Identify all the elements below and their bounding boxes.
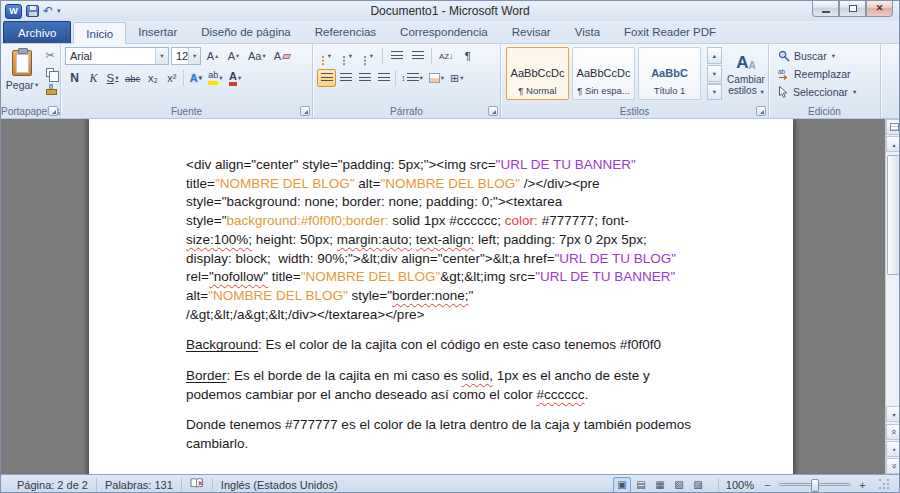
align-center-button[interactable] [336,69,355,87]
format-painter-button[interactable] [42,82,58,97]
subscript-button[interactable]: x₂ [143,69,162,87]
cursor-select-icon [778,86,789,98]
font-group-label: Fuente [61,106,312,117]
style-card-0[interactable]: AaBbCcDc¶ Normal [506,47,569,100]
view-buttons: ▣▤▦▧▨ [613,477,707,493]
language-indicator[interactable]: Inglés (Estados Unidos) [213,479,346,491]
sort-button[interactable]: AZ↓ [436,47,456,65]
tab-foxit-reader-pdf[interactable]: Foxit Reader PDF [612,21,728,43]
font-color-button[interactable]: A▾ [226,69,245,87]
document-page[interactable]: <div align="center" style="padding: 5px;… [89,119,793,474]
zoom-in-button[interactable]: + [856,479,869,491]
zoom-level[interactable]: 100% [726,479,754,491]
ruler-icon [890,123,899,131]
zoom-slider-thumb[interactable] [811,479,819,492]
styles-scroll-up-button[interactable]: ▴ [707,47,722,64]
resize-grip[interactable] [878,478,891,491]
page-indicator[interactable]: Página: 2 de 2 [9,479,96,491]
replace-button[interactable]: ab Reemplazar [775,66,859,82]
increase-indent-button[interactable] [408,47,427,65]
italic-button[interactable]: K [84,69,103,87]
font-group: Arial▾ 12▾ A▴ A▾ Aa▾ A N K S▾ abc x₂ x² … [61,44,313,118]
strikethrough-button[interactable]: abc [122,69,143,87]
shading-button[interactable]: ▾ [426,69,447,87]
tab-correspondencia[interactable]: Correspondencia [388,21,500,43]
chevron-down-icon[interactable]: ▾ [155,48,168,64]
scrollbar-thumb[interactable] [887,155,900,275]
chevron-down-icon[interactable]: ▾ [188,48,200,64]
tab-diseno-de-pagina[interactable]: Diseño de página [189,21,303,43]
web-layout-view-button[interactable]: ▦ [651,477,669,493]
styles-more-button[interactable]: ▾ [707,83,722,100]
paragraph-group-label: Párrafo [313,106,500,117]
outline-view-button[interactable]: ▧ [670,477,688,493]
align-left-button[interactable] [317,69,336,87]
ribbon-tabs: ArchivoInicioInsertarDiseño de páginaRef… [1,21,899,44]
print-layout-view-button[interactable]: ▣ [613,477,631,493]
tab-inicio[interactable]: Inicio [73,22,126,44]
previous-page-button[interactable]: « [886,424,900,440]
clear-formatting-button[interactable]: A [271,47,293,65]
line-spacing-button[interactable]: ↕▾ [398,69,426,87]
find-button[interactable]: Buscar▾ [775,48,859,64]
paragraph-dialog-launcher[interactable] [488,106,498,116]
scroll-down-button[interactable]: ▾ [886,406,900,422]
decrease-indent-icon [391,51,403,62]
underline-button[interactable]: S▾ [103,69,122,87]
paste-button[interactable]: Pegar▾ [4,47,40,103]
zoom-slider[interactable] [779,483,851,486]
grow-font-button[interactable]: A▴ [203,47,222,65]
minimize-button[interactable] [812,1,839,17]
draft-view-button[interactable]: ▨ [689,477,707,493]
borders-button[interactable]: ⊞▾ [447,69,466,87]
highlight-button[interactable]: ab▾ [205,69,225,87]
styles-scroll-down-button[interactable]: ▾ [707,65,722,82]
numbering-button[interactable]: ▾ [338,47,357,65]
tab-vista[interactable]: Vista [563,21,612,43]
cut-button[interactable]: ✂ [42,48,58,63]
word-count[interactable]: Palabras: 131 [97,479,181,491]
bullets-button[interactable]: ▾ [317,47,336,65]
vertical-scrollbar[interactable]: ▴ ▾ « ● « [885,119,900,474]
style-card-1[interactable]: AaBbCcDc¶ Sin espa... [572,47,635,100]
tab-referencias[interactable]: Referencias [303,21,388,43]
change-styles-button[interactable]: AA Cambiar estilos ▾ [725,47,767,103]
save-icon[interactable] [26,5,39,17]
font-dialog-launcher[interactable] [300,106,310,116]
zoom-out-button[interactable]: − [761,479,774,491]
styles-dialog-launcher[interactable] [756,106,766,116]
undo-icon[interactable]: ↶ [43,5,53,17]
tab-archivo[interactable]: Archivo [3,21,71,43]
show-marks-button[interactable]: ¶ [458,47,477,65]
close-button[interactable]: ✕ [866,1,893,17]
tab-revisar[interactable]: Revisar [500,21,563,43]
restore-button[interactable] [839,1,866,17]
paragraph-group: ▾ ▾ ▾ AZ↓ ¶ ↕▾ ▾ ⊞▾ Párrafo [313,44,501,118]
full-screen-reading-view-button[interactable]: ▤ [632,477,650,493]
next-page-button[interactable]: « [886,458,900,474]
align-right-button[interactable] [355,69,374,87]
change-styles-icon: AA [736,50,756,72]
align-right-icon [359,73,371,84]
multilevel-list-button[interactable]: ▾ [359,47,378,65]
font-family-select[interactable]: Arial▾ [65,47,169,65]
font-size-select[interactable]: 12▾ [171,47,201,65]
bold-button[interactable]: N [65,69,84,87]
proofing-status[interactable] [182,478,212,491]
copy-button[interactable] [42,65,58,80]
select-button[interactable]: Seleccionar▾ [775,84,859,100]
style-card-2[interactable]: AaBbCTítulo 1 [638,47,701,100]
select-browse-object-button[interactable]: ● [886,441,900,457]
tab-insertar[interactable]: Insertar [126,21,189,43]
shrink-font-button[interactable]: A▾ [224,47,243,65]
change-case-button[interactable]: Aa▾ [245,47,269,65]
superscript-button[interactable]: x² [162,69,181,87]
justify-button[interactable] [374,69,393,87]
decrease-indent-button[interactable] [387,47,406,65]
text-effects-button[interactable]: A▾ [186,69,205,87]
qat-customize-dropdown-icon[interactable]: ▾ [57,7,61,15]
scroll-up-button[interactable]: ▴ [886,136,900,152]
clipboard-dialog-launcher[interactable] [48,106,58,116]
view-ruler-button[interactable] [886,119,900,135]
word-app-icon[interactable]: W [5,4,22,19]
